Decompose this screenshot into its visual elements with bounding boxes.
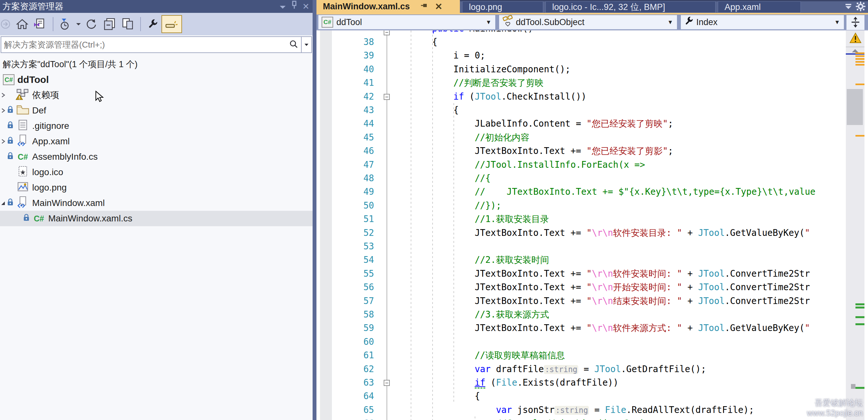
search-options-caret[interactable] <box>302 36 312 53</box>
type-dropdown[interactable]: ddTool.SubObject ▼ <box>499 15 677 29</box>
fold-collapse-box[interactable]: − <box>384 31 390 35</box>
code-line-43[interactable]: 43 { <box>316 103 846 117</box>
tab-overflow-chevron-icon[interactable] <box>844 0 852 13</box>
code-line-51[interactable]: 51 //1.获取安装目录 <box>316 212 846 226</box>
code-line-50[interactable]: 50 //}); <box>316 199 846 212</box>
member-dropdown[interactable]: Index ▼ <box>681 15 844 29</box>
code-line-60[interactable]: 60 <box>316 335 846 348</box>
code-line-56[interactable]: 56 JTextBoxInto.Text += "\r\n开始安装时间: " +… <box>316 280 846 294</box>
scroll-marker-gray <box>851 384 856 389</box>
code-line-59[interactable]: 59 JTextBoxInto.Text += "\r\n软件来源方式: " +… <box>316 321 846 334</box>
code-line-49[interactable]: 49 // JTextBoxInto.Text += $"{x.Key}\t\t… <box>316 185 846 198</box>
close-icon[interactable]: ✕ <box>302 0 309 13</box>
code-line-57[interactable]: 57 JTextBoxInto.Text += "\r\n结束安装时间: " +… <box>316 294 846 308</box>
line-number: 38 <box>342 35 374 49</box>
code-line-58[interactable]: 58 //3.获取来源方式 <box>316 308 846 321</box>
tree-item-app-xaml[interactable]: App.xaml <box>0 134 313 149</box>
warning-icon[interactable] <box>849 32 862 45</box>
pin-icon[interactable] <box>420 2 428 11</box>
scroll-change-mark-green <box>856 303 865 305</box>
code-line-47[interactable]: 47 //JTool.InstallInfo.ForEach(x => <box>316 158 846 171</box>
code-line-63[interactable]: 63− if (File.Exists(draftFile)) <box>316 376 846 389</box>
expander-collapsed-icon[interactable] <box>1 90 6 100</box>
code-line-53[interactable]: 53 <box>316 239 846 253</box>
expander-collapsed-icon[interactable] <box>1 136 6 147</box>
tab-logo-ico[interactable]: logo.ico - Ic...92, 32 位, BMP] <box>546 1 716 13</box>
gear-icon[interactable] <box>856 0 865 13</box>
show-all-files-icon[interactable] <box>119 15 137 33</box>
solution-tree: 解决方案"ddTool"(1 个项目/共 1 个)C#ddTool依赖项Def.… <box>0 55 313 420</box>
scrollbar-thumb[interactable] <box>847 89 863 125</box>
code-line-66[interactable]: 66 //Console.WriteLine(jsonStr); <box>316 417 846 420</box>
code-line-61[interactable]: 61 //读取剪映草稿箱信息 <box>316 348 846 362</box>
code-line-41[interactable]: 41 //判断是否安装了剪映 <box>316 76 846 89</box>
vertical-scrollbar[interactable] <box>846 31 865 420</box>
back-button[interactable] <box>0 15 13 33</box>
tree-item-def[interactable]: Def <box>0 103 313 118</box>
panel-splitter[interactable] <box>313 0 316 420</box>
tree-item-label: logo.ico <box>32 167 63 177</box>
expander-expanded-icon[interactable] <box>1 198 6 208</box>
tree-item-assemblyinfo[interactable]: C#AssemblyInfo.cs <box>0 149 313 164</box>
tree-item-logo-ico[interactable]: logo.ico <box>0 164 313 180</box>
filter-dropdown-caret[interactable] <box>74 15 82 33</box>
tree-item-label: 依赖项 <box>32 89 59 101</box>
code-line-64[interactable]: 64 { <box>316 389 846 402</box>
code-line-44[interactable]: 44 JLabelInfo.Content = "您已经安装了剪映"; <box>316 117 846 130</box>
tree-item-project-ddtool[interactable]: C#ddTool <box>0 72 313 88</box>
scroll-change-mark-orange <box>856 61 865 63</box>
code-editor[interactable]: − public MainWindow()38 {39 i = 0;40 Ini… <box>316 31 846 420</box>
sync-with-active-document-icon[interactable] <box>31 15 50 33</box>
code-line-65[interactable]: 65 var jsonStr:string = File.ReadAllText… <box>316 403 846 417</box>
pin-icon[interactable] <box>291 0 298 13</box>
window-position-icon[interactable] <box>279 0 286 13</box>
refresh-icon[interactable] <box>82 15 100 33</box>
tree-item-dependencies[interactable]: 依赖项 <box>0 88 313 103</box>
code-navigation-bar: C# ddTool ▼ ddTool.SubObject ▼ Index ▼ <box>316 14 868 30</box>
tree-item-gitignore[interactable]: .gitignore <box>0 118 313 134</box>
code-line-54[interactable]: 54 //2.获取安装时间 <box>316 253 846 266</box>
solution-explorer-search[interactable] <box>1 36 302 53</box>
code-line-37[interactable]: − public MainWindow() <box>316 31 846 35</box>
properties-wrench-icon[interactable] <box>144 15 161 33</box>
preview-selected-items-toggle[interactable] <box>161 15 182 33</box>
tree-item-label: MainWindow.xaml <box>32 198 105 208</box>
code-line-62[interactable]: 62 var draftFile:string = JTool.GetDraft… <box>316 362 846 376</box>
code-line-40[interactable]: 40 InitializeComponent(); <box>316 62 846 76</box>
tree-item-mainwindow-xaml[interactable]: MainWindow.xaml <box>0 195 313 211</box>
xaml-file-icon <box>18 196 28 211</box>
search-input[interactable] <box>1 39 289 50</box>
tree-item-mainwindow-xaml-cs[interactable]: C#MainWindow.xaml.cs <box>0 211 313 226</box>
class-icon <box>502 15 513 30</box>
code-line-52[interactable]: 52 JTextBoxInto.Text += "\r\n软件安装目录: " +… <box>316 226 846 239</box>
code-line-48[interactable]: 48 //{ <box>316 171 846 185</box>
code-line-39[interactable]: 39 i = 0; <box>316 49 846 62</box>
tree-item-logo-png[interactable]: logo.png <box>0 180 313 195</box>
scroll-change-mark-orange <box>856 58 865 60</box>
fold-collapse-box[interactable]: − <box>384 380 390 386</box>
code-line-46[interactable]: 46 JTextBoxInto.Text += "您已经安装了剪影"; <box>316 144 846 158</box>
scroll-change-mark-green <box>856 306 865 309</box>
home-icon[interactable] <box>13 15 31 33</box>
tab-mainwindow-xaml-cs[interactable]: MainWindow.xaml.cs✕ <box>316 0 460 13</box>
collapse-all-icon[interactable] <box>100 15 119 33</box>
project-dropdown[interactable]: C# ddTool ▼ <box>318 15 495 29</box>
code-line-38[interactable]: 38 { <box>316 35 846 49</box>
code-line-55[interactable]: 55 JTextBoxInto.Text += "\r\n软件安装时间: " +… <box>316 267 846 280</box>
tab-logo-png[interactable]: logo.png <box>462 1 543 13</box>
expander-collapsed-icon[interactable] <box>1 105 6 116</box>
line-number: 43 <box>342 103 374 117</box>
solution-explorer-titlebar[interactable]: 方案资源管理器 ✕ <box>0 0 313 13</box>
search-icon[interactable] <box>289 40 298 50</box>
fold-collapse-box[interactable]: − <box>384 94 390 100</box>
tab-app-xaml[interactable]: App.xaml <box>718 1 801 13</box>
tree-item-solution[interactable]: 解决方案"ddTool"(1 个项目/共 1 个) <box>0 57 313 72</box>
code-line-42[interactable]: 42− if (JTool.CheckInstall()) <box>316 90 846 103</box>
scroll-change-mark-green <box>856 323 865 325</box>
close-icon[interactable]: ✕ <box>435 1 442 12</box>
split-window-handle[interactable] <box>846 15 865 30</box>
line-number: 48 <box>342 171 374 185</box>
pending-changes-filter-icon[interactable] <box>57 15 74 33</box>
tree-item-label: MainWindow.xaml.cs <box>48 214 132 224</box>
code-line-45[interactable]: 45 //初始化内容 <box>316 130 846 144</box>
